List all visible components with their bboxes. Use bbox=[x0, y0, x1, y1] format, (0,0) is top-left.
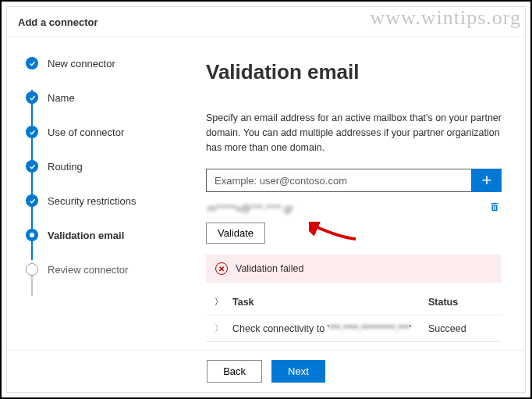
check-icon bbox=[26, 160, 38, 173]
step-security-restrictions[interactable]: Security restrictions bbox=[26, 193, 150, 208]
validate-button[interactable]: Validate bbox=[206, 223, 265, 244]
step-label: Review connector bbox=[48, 264, 128, 276]
back-button[interactable]: Back bbox=[207, 360, 262, 383]
step-label: Name bbox=[48, 92, 75, 104]
step-review-connector[interactable]: Review connector bbox=[26, 262, 150, 277]
step-validation-email[interactable]: Validation email bbox=[26, 227, 150, 243]
column-status: Status bbox=[428, 297, 498, 308]
table-row: 〉 Check connectivity to '***.****.******… bbox=[206, 315, 502, 342]
table-header: 〉 Task Status bbox=[206, 289, 502, 315]
step-label: Security restrictions bbox=[48, 195, 136, 207]
check-icon bbox=[26, 57, 38, 69]
dialog-header: Add a connector bbox=[7, 7, 525, 37]
chevron-right-icon[interactable]: 〉 bbox=[209, 322, 228, 334]
column-task: Task bbox=[228, 297, 428, 308]
page-title: Validation email bbox=[206, 60, 502, 84]
task-cell: Check connectivity to '***.****.********… bbox=[228, 323, 428, 334]
add-button[interactable]: + bbox=[472, 169, 502, 192]
added-email-row: m*****s@***.****.gr bbox=[206, 198, 502, 223]
status-cell: Succeed bbox=[428, 323, 498, 334]
main-panel: Validation email Specify an email addres… bbox=[159, 37, 525, 350]
added-email-text: m*****s@***.****.gr bbox=[207, 202, 293, 214]
error-icon: ✕ bbox=[215, 262, 228, 275]
validation-result-banner: ✕ Validation failed bbox=[206, 255, 502, 283]
dialog-container: Add a connector New connector Name Use o… bbox=[6, 6, 526, 393]
pending-step-icon bbox=[26, 263, 38, 276]
task-table: 〉 Task Status 〉 Check connectivity to '*… bbox=[206, 289, 502, 350]
dialog-footer: Back Next bbox=[7, 350, 525, 392]
step-label: New connector bbox=[48, 58, 115, 69]
current-step-icon bbox=[26, 229, 38, 241]
dialog-title: Add a connector bbox=[18, 16, 514, 28]
check-icon bbox=[26, 126, 38, 138]
delete-icon[interactable] bbox=[489, 201, 500, 215]
step-label: Validation email bbox=[48, 230, 124, 241]
description-text: Specify an email address for an active m… bbox=[206, 111, 502, 155]
validation-result-text: Validation failed bbox=[236, 263, 303, 274]
step-name[interactable]: Name bbox=[26, 90, 150, 105]
step-use-of-connector[interactable]: Use of connector bbox=[26, 124, 150, 140]
email-input[interactable] bbox=[206, 169, 472, 192]
check-icon bbox=[26, 91, 38, 104]
step-routing[interactable]: Routing bbox=[26, 159, 150, 174]
step-label: Routing bbox=[48, 161, 83, 173]
wizard-steps-sidebar: New connector Name Use of connector Rout… bbox=[7, 37, 159, 350]
check-icon bbox=[26, 194, 38, 207]
step-new-connector[interactable]: New connector bbox=[26, 55, 150, 71]
next-button[interactable]: Next bbox=[271, 360, 325, 383]
chevron-right-icon[interactable]: 〉 bbox=[209, 296, 228, 308]
table-row: 〉 Send test email Failed bbox=[206, 342, 502, 350]
plus-icon: + bbox=[482, 170, 492, 191]
step-label: Use of connector bbox=[48, 126, 124, 138]
